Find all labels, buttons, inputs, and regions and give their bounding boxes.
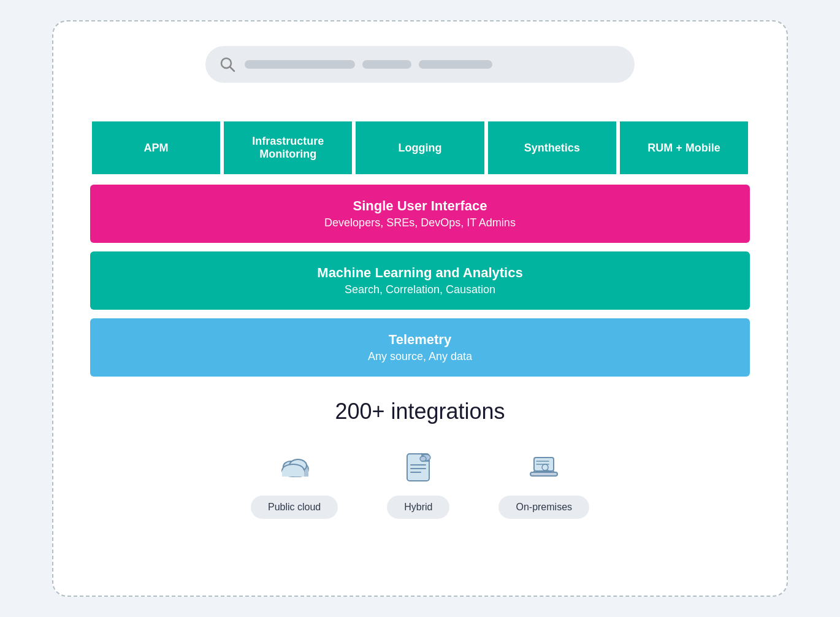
banner-ml-title: Machine Learning and Analytics [102,265,738,281]
cloud-icon [276,449,313,486]
svg-point-0 [221,58,231,68]
svg-point-14 [420,456,426,461]
search-pill-3 [419,60,492,69]
svg-rect-15 [530,472,557,476]
svg-rect-7 [282,470,304,477]
search-bar[interactable] [205,46,635,83]
search-pill-1 [245,60,355,69]
svg-line-1 [231,67,235,72]
tile-apm[interactable]: APM [90,120,222,176]
banner-single-ui-title: Single User Interface [102,198,738,214]
main-card: APM Infrastructure Monitoring Logging Sy… [52,20,788,597]
icons-row: Public cloud Hybrid [90,449,750,519]
banner-single-ui: Single User Interface Developers, SREs, … [90,185,750,243]
tiles-row: APM Infrastructure Monitoring Logging Sy… [90,120,750,176]
icon-item-on-premises: On-premises [498,449,589,519]
on-premises-label: On-premises [498,496,589,519]
hybrid-icon [400,449,437,486]
icon-item-hybrid: Hybrid [387,449,449,519]
tile-synthetics[interactable]: Synthetics [486,120,618,176]
search-icon [218,55,237,74]
banner-single-ui-subtitle: Developers, SREs, DevOps, IT Admins [102,217,738,229]
icon-item-public-cloud: Public cloud [251,449,338,519]
banner-telemetry: Telemetry Any source, Any data [90,318,750,377]
tile-rum[interactable]: RUM + Mobile [618,120,750,176]
banner-ml-analytics: Machine Learning and Analytics Search, C… [90,251,750,310]
hybrid-label: Hybrid [387,496,449,519]
banner-telemetry-subtitle: Any source, Any data [102,350,738,363]
banner-telemetry-title: Telemetry [102,332,738,348]
banner-ml-subtitle: Search, Correlation, Causation [102,283,738,296]
diagram: APM Infrastructure Monitoring Logging Sy… [90,120,750,377]
tile-infra[interactable]: Infrastructure Monitoring [222,120,354,176]
tile-logging[interactable]: Logging [354,120,486,176]
public-cloud-label: Public cloud [251,496,338,519]
search-pill-2 [362,60,411,69]
onprem-icon [525,449,562,486]
integrations-text: 200+ integrations [335,399,505,424]
